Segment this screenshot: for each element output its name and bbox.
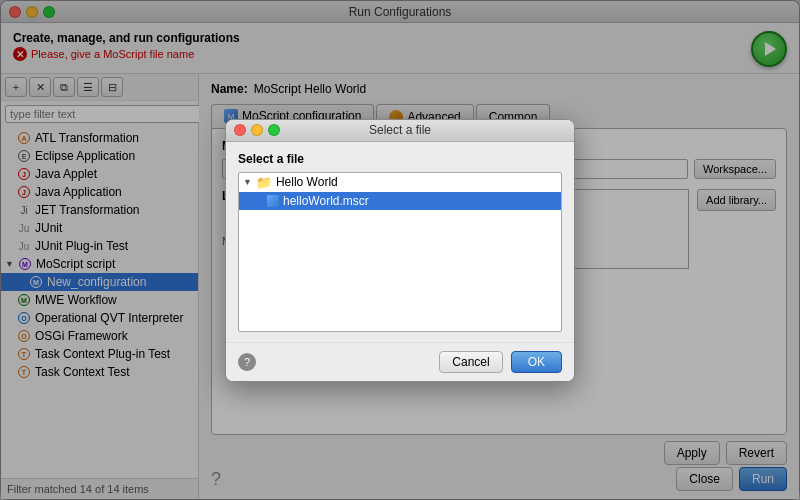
file-tree-folder[interactable]: ▼ 📁 Hello World [239,173,561,192]
modal-help-icon[interactable]: ? [238,353,256,371]
file-name: helloWorld.mscr [283,194,369,208]
ok-button[interactable]: OK [511,351,562,373]
cancel-button[interactable]: Cancel [439,351,502,373]
modal-traffic-lights [234,124,280,136]
folder-name: Hello World [276,175,338,189]
modal-content: Select a file ▼ 📁 Hello World helloWorld… [226,142,574,342]
modal-section-label: Select a file [238,152,562,166]
modal-title-bar: Select a file [226,120,574,142]
modal-minimize-button[interactable] [251,124,263,136]
modal-title: Select a file [369,123,431,137]
modal-bottom: ? Cancel OK [226,342,574,381]
file-tree: ▼ 📁 Hello World helloWorld.mscr [238,172,562,332]
modal-close-button[interactable] [234,124,246,136]
select-file-modal: Select a file Select a file ▼ 📁 Hello Wo… [225,119,575,382]
modal-overlay: Select a file Select a file ▼ 📁 Hello Wo… [0,0,800,500]
folder-chevron-icon: ▼ [243,177,252,187]
mscr-file-icon [267,195,279,207]
file-tree-item-helloworld[interactable]: helloWorld.mscr [239,192,561,210]
folder-icon: 📁 [256,175,272,190]
modal-maximize-button[interactable] [268,124,280,136]
